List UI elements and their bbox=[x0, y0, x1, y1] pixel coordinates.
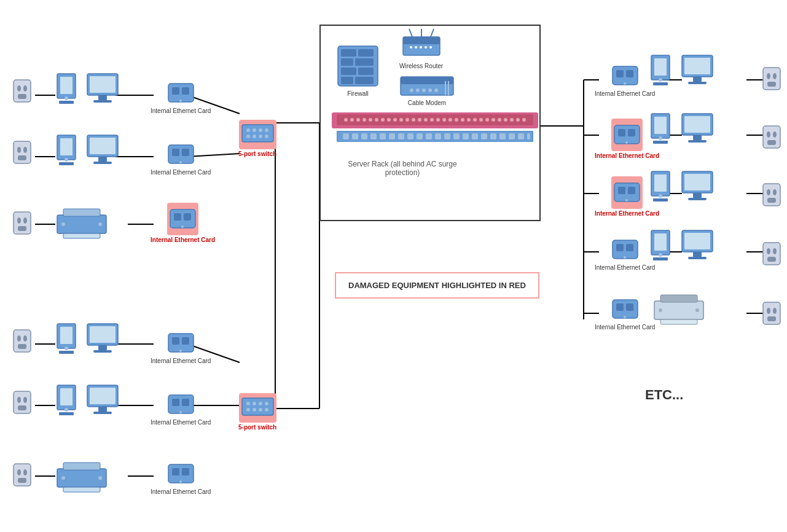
svg-rect-249 bbox=[654, 117, 667, 134]
svg-rect-131 bbox=[93, 100, 112, 103]
svg-rect-109 bbox=[435, 133, 441, 139]
svg-point-93 bbox=[498, 118, 501, 122]
svg-point-95 bbox=[510, 118, 514, 122]
switch-5port-bottom-label: 5-port switch bbox=[238, 424, 276, 431]
switch-5port-top-label: 5-port switch bbox=[238, 151, 276, 157]
svg-rect-285 bbox=[684, 233, 710, 249]
svg-rect-246 bbox=[628, 129, 635, 136]
firewall-label: Firewall bbox=[347, 90, 368, 97]
ethernet-r3-label: Internal Ethernet Card bbox=[151, 237, 215, 243]
monitor-rr4 bbox=[681, 229, 715, 263]
svg-rect-183 bbox=[90, 326, 116, 343]
svg-rect-117 bbox=[509, 133, 515, 139]
monitor-rr2 bbox=[681, 112, 715, 146]
svg-point-295 bbox=[624, 316, 626, 318]
svg-rect-304 bbox=[767, 316, 776, 321]
svg-point-208 bbox=[253, 402, 256, 405]
svg-point-45 bbox=[415, 46, 417, 49]
svg-point-266 bbox=[659, 194, 662, 198]
svg-rect-271 bbox=[688, 198, 707, 200]
svg-point-85 bbox=[448, 118, 452, 122]
svg-rect-115 bbox=[490, 133, 496, 139]
pc-rr4 bbox=[648, 229, 673, 263]
outlet-r6 bbox=[12, 390, 32, 415]
outlet-rr3 bbox=[762, 182, 781, 207]
svg-point-279 bbox=[624, 256, 626, 259]
svg-point-168 bbox=[61, 222, 65, 226]
outlet-rr5 bbox=[762, 301, 781, 326]
svg-rect-147 bbox=[93, 162, 112, 164]
svg-rect-199 bbox=[90, 388, 116, 404]
svg-point-209 bbox=[259, 402, 262, 405]
svg-rect-130 bbox=[98, 95, 107, 100]
svg-rect-291 bbox=[767, 257, 776, 262]
ethernet-r5-label: Internal Ethernet Card bbox=[151, 358, 211, 364]
monitor-rr3 bbox=[681, 170, 715, 204]
server-rack-label: Server Rack (all behind AC surge protect… bbox=[341, 160, 464, 177]
svg-point-74 bbox=[381, 118, 385, 122]
svg-rect-254 bbox=[693, 135, 702, 140]
svg-rect-149 bbox=[172, 149, 179, 156]
switch-5port-top: 5-port switch bbox=[238, 120, 276, 157]
svg-point-92 bbox=[491, 118, 495, 122]
etc-label: ETC... bbox=[645, 387, 683, 403]
svg-rect-112 bbox=[463, 133, 469, 139]
svg-rect-181 bbox=[59, 351, 74, 354]
network-diagram: Wireless Router Firewall bbox=[0, 0, 787, 532]
svg-rect-110 bbox=[444, 133, 450, 139]
svg-point-222 bbox=[61, 476, 65, 480]
svg-point-138 bbox=[23, 147, 27, 153]
svg-point-191 bbox=[17, 397, 21, 403]
svg-point-61 bbox=[416, 88, 420, 92]
ethernet-r7: Internal Ethernet Card bbox=[151, 460, 211, 495]
svg-rect-253 bbox=[684, 116, 710, 133]
wireless-router-icon bbox=[400, 28, 443, 61]
svg-rect-230 bbox=[626, 70, 633, 77]
svg-rect-100 bbox=[352, 133, 358, 139]
svg-rect-127 bbox=[59, 101, 74, 104]
svg-rect-104 bbox=[389, 133, 395, 139]
svg-rect-102 bbox=[370, 133, 377, 139]
svg-rect-255 bbox=[688, 140, 707, 143]
svg-point-137 bbox=[17, 147, 21, 153]
svg-point-173 bbox=[181, 225, 184, 228]
svg-point-207 bbox=[246, 402, 250, 405]
svg-point-273 bbox=[767, 189, 770, 195]
svg-point-169 bbox=[98, 222, 102, 226]
svg-rect-105 bbox=[398, 133, 404, 139]
svg-point-135 bbox=[179, 100, 182, 102]
svg-point-160 bbox=[265, 135, 268, 138]
printer-r3 bbox=[54, 200, 109, 240]
svg-point-91 bbox=[485, 118, 489, 122]
svg-point-210 bbox=[265, 402, 268, 405]
svg-rect-50 bbox=[341, 49, 356, 57]
svg-point-78 bbox=[405, 118, 409, 122]
svg-rect-166 bbox=[63, 209, 100, 216]
pc-rr2 bbox=[648, 112, 673, 146]
svg-rect-298 bbox=[660, 319, 697, 324]
svg-rect-239 bbox=[688, 82, 707, 84]
svg-rect-269 bbox=[684, 174, 710, 190]
svg-point-176 bbox=[23, 335, 27, 342]
svg-rect-287 bbox=[688, 257, 707, 259]
svg-point-162 bbox=[17, 217, 21, 224]
outlet-r2 bbox=[12, 140, 32, 165]
ethernet-r3: Internal Ethernet Card bbox=[151, 203, 215, 243]
pc-r1 bbox=[54, 72, 79, 106]
svg-point-214 bbox=[265, 408, 268, 412]
svg-rect-245 bbox=[618, 129, 625, 136]
svg-rect-218 bbox=[18, 478, 26, 483]
svg-point-80 bbox=[418, 118, 421, 122]
svg-rect-134 bbox=[182, 87, 189, 95]
svg-rect-52 bbox=[341, 58, 353, 66]
svg-point-282 bbox=[659, 253, 662, 257]
svg-rect-270 bbox=[693, 193, 702, 198]
svg-point-156 bbox=[265, 128, 268, 132]
svg-rect-123 bbox=[18, 94, 26, 99]
ethernet-rr2-label: Internal Ethernet Card bbox=[595, 152, 659, 159]
svg-point-290 bbox=[773, 248, 777, 254]
switch-5port-bottom: 5-port switch bbox=[238, 393, 276, 431]
pc-r6 bbox=[54, 384, 79, 418]
svg-point-247 bbox=[625, 141, 628, 144]
outlet-r7 bbox=[12, 463, 32, 487]
